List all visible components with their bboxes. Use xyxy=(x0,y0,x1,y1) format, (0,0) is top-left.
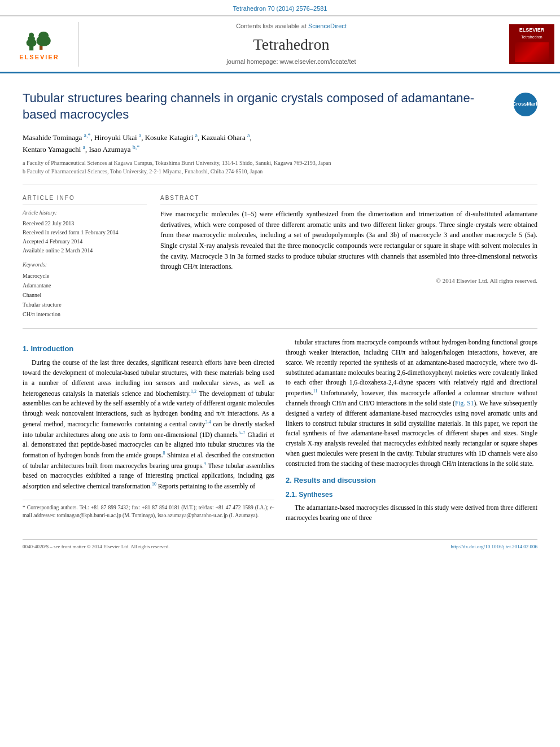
science-direct-text: Contents lists available at ScienceDirec… xyxy=(236,22,347,30)
cover-image: ELSEVIER Tetrahedron xyxy=(509,24,554,64)
copyright: © 2014 Elsevier Ltd. All rights reserved… xyxy=(160,277,537,285)
top-header: Tetrahedron 70 (2014) 2576–2581 xyxy=(0,0,560,16)
section2-title: 2. Results and discussion xyxy=(286,475,537,486)
body-columns: 1. Introduction During the course of the… xyxy=(23,338,537,528)
available-date: Available online 2 March 2014 xyxy=(23,246,147,255)
article-info-col: ARTICLE INFO Article history: Received 2… xyxy=(23,194,147,319)
section1-para1: During the course of the last three deca… xyxy=(23,358,274,492)
footer-issn: 0040-4020/$ – see front matter © 2014 El… xyxy=(23,543,170,551)
journal-title: Tetrahedron xyxy=(253,33,330,55)
author-ukai: Hiroyuki Ukai xyxy=(94,133,139,142)
elsevier-tree-icon xyxy=(23,27,56,52)
affiliation-b: b Faculty of Pharmaceutical Sciences, To… xyxy=(23,167,537,176)
journal-ref: Tetrahedron 70 (2014) 2576–2581 xyxy=(0,5,560,13)
fig-s1-link[interactable]: Fig. S1 xyxy=(455,400,474,407)
authors: Masahide Tominaga a,*, Hiroyuki Ukai a, … xyxy=(23,131,537,156)
author-yamaguchi: Kentaro Yamaguchi xyxy=(23,146,83,154)
keyword-macrocycle: Macrocycle xyxy=(23,271,147,281)
abstract-col: ABSTRACT Five macrocyclic molecules (1–5… xyxy=(160,194,537,319)
divider-1 xyxy=(23,185,537,185)
author-katagiri: Kosuke Katagiri xyxy=(145,133,195,142)
elsevier-logo: ELSEVIER xyxy=(19,27,59,62)
elsevier-logo-area: ELSEVIER xyxy=(0,22,79,66)
section2-para1: The adamantane-based macrocycles discuss… xyxy=(286,503,537,523)
journal-banner: ELSEVIER Contents lists available at Sci… xyxy=(0,16,560,73)
abstract-text: Five macrocyclic molecules (1–5) were ef… xyxy=(160,209,537,272)
section2-sub-title: 2.1. Syntheses xyxy=(286,490,537,500)
crossmark-area: CrossMark xyxy=(514,93,537,116)
received-date: Received 22 July 2013 xyxy=(23,219,147,228)
section1-right-para1: tubular structures from macrocycle compo… xyxy=(286,338,537,469)
keyword-tubular: Tubular structure xyxy=(23,300,147,309)
section1-title: 1. Introduction xyxy=(23,343,274,355)
keyword-channel: Channel xyxy=(23,290,147,300)
body-right-col: tubular structures from macrocycle compo… xyxy=(286,338,537,528)
title-area: Tubular structures bearing channels in o… xyxy=(23,90,537,130)
accepted-date: Accepted 4 February 2014 xyxy=(23,237,147,246)
footer-bar: 0040-4020/$ – see front matter © 2014 El… xyxy=(23,539,537,551)
footnote-text: * Corresponding authors. Tel.: +81 87 89… xyxy=(23,504,274,520)
footer-doi[interactable]: http://dx.doi.org/10.1016/j.tet.2014.02.… xyxy=(450,543,537,551)
page: Tetrahedron 70 (2014) 2576–2581 ELSEVIER xyxy=(0,0,560,562)
crossmark-badge: CrossMark xyxy=(514,93,537,116)
journal-homepage: journal homepage: www.elsevier.com/locat… xyxy=(226,58,356,66)
author-tominaga: Masahide Tominaga xyxy=(23,133,84,142)
article-info-abstract: ARTICLE INFO Article history: Received 2… xyxy=(23,194,537,319)
author-azumaya: Isao Azumaya xyxy=(89,146,132,154)
affiliations: a Faculty of Pharmaceutical Sciences at … xyxy=(23,159,537,176)
article-info-header: ARTICLE INFO xyxy=(23,194,147,204)
journal-center: Contents lists available at ScienceDirec… xyxy=(79,16,504,72)
keywords-label: Keywords: xyxy=(23,261,147,269)
science-direct-link[interactable]: ScienceDirect xyxy=(308,23,347,29)
divider-2 xyxy=(23,328,537,329)
svg-point-6 xyxy=(38,32,49,40)
footnote-divider: * Corresponding authors. Tel.: +81 87 89… xyxy=(23,500,274,520)
keyword-adamantane: Adamantane xyxy=(23,281,147,290)
article-content: Tubular structures bearing channels in o… xyxy=(0,73,560,561)
revised-date: Received in revised form 1 February 2014 xyxy=(23,228,147,237)
svg-point-3 xyxy=(29,33,34,38)
elsevier-label: ELSEVIER xyxy=(19,53,59,62)
tetrahedron-cover: ELSEVIER Tetrahedron xyxy=(504,21,560,67)
history-label: Article history: xyxy=(23,209,147,217)
article-title: Tubular structures bearing channels in o… xyxy=(23,90,507,123)
author-ohara: Kazuaki Ohara xyxy=(202,133,248,142)
body-left-col: 1. Introduction During the course of the… xyxy=(23,338,274,528)
keyword-chpi: CH/π interaction xyxy=(23,309,147,319)
affiliation-a: a Faculty of Pharmaceutical Sciences at … xyxy=(23,159,537,167)
abstract-header: ABSTRACT xyxy=(160,194,537,204)
